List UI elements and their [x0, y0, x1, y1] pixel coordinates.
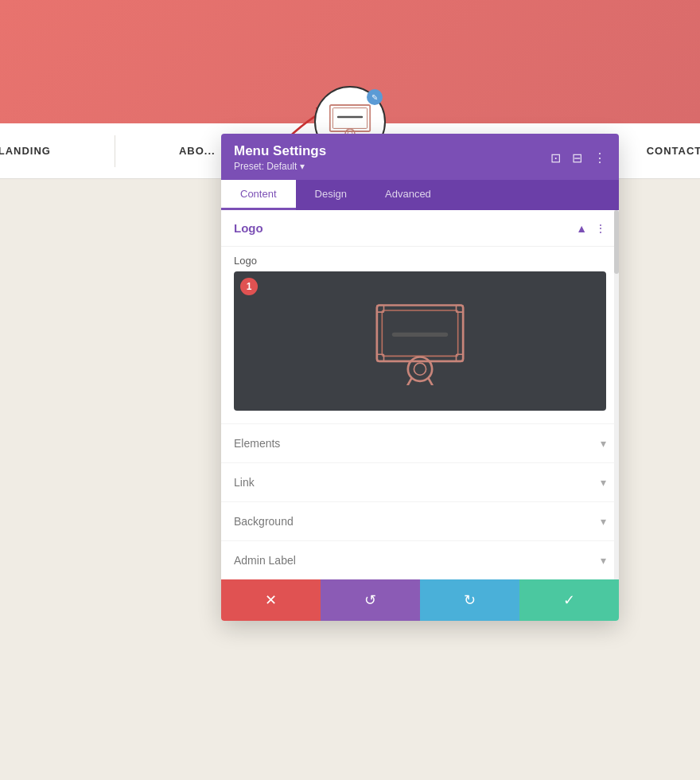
panel-title-wrap: Menu Settings Preset: Default ▾ — [234, 143, 326, 172]
admin-label-row[interactable]: Admin Label ▾ — [221, 540, 619, 579]
edit-pencil-icon[interactable]: ✎ — [367, 89, 383, 105]
save-button[interactable]: ✓ — [519, 579, 619, 621]
elements-label: Elements — [234, 437, 280, 450]
svg-rect-0 — [330, 105, 370, 131]
background-label: Background — [234, 515, 294, 528]
elements-chevron-icon: ▾ — [601, 437, 606, 450]
nav-divider-1 — [115, 135, 115, 167]
section-header-icons: ▲ ⋮ — [576, 222, 606, 235]
svg-point-12 — [414, 363, 426, 375]
background-row[interactable]: Background ▾ — [221, 501, 619, 540]
scroll-track — [614, 210, 619, 579]
panel-preset[interactable]: Preset: Default ▾ — [234, 161, 326, 172]
badge-1: 1 — [240, 278, 258, 295]
svg-line-13 — [407, 378, 411, 384]
nav-item-about[interactable]: ABO... — [179, 145, 216, 157]
more-options-icon[interactable]: ⋮ — [593, 150, 606, 166]
fullscreen-icon[interactable]: ⊡ — [550, 150, 561, 166]
undo-button[interactable]: ↺ — [321, 579, 420, 621]
panel-body: Logo ▲ ⋮ Logo 1 — [221, 210, 619, 579]
scroll-thumb[interactable] — [614, 210, 619, 274]
panel-footer: ✕ ↺ ↻ ✓ — [221, 579, 619, 621]
nav-item-contact[interactable]: CONTACT — [647, 145, 700, 157]
link-row[interactable]: Link ▾ — [221, 462, 619, 501]
svg-rect-1 — [332, 108, 367, 129]
chevron-up-icon[interactable]: ▲ — [576, 222, 587, 235]
panel-header-icons: ⊡ ⊟ ⋮ — [550, 150, 606, 166]
link-label: Link — [234, 476, 255, 489]
tab-design[interactable]: Design — [296, 180, 366, 210]
admin-label-chevron-icon: ▾ — [601, 554, 606, 567]
logo-field-label: Logo — [221, 247, 619, 271]
panel-header: Menu Settings Preset: Default ▾ ⊡ ⊟ ⋮ — [221, 134, 619, 180]
logo-section-title: Logo — [234, 221, 263, 235]
cancel-button[interactable]: ✕ — [221, 579, 321, 621]
svg-line-14 — [429, 378, 433, 384]
nav-item-landing[interactable]: LANDING — [0, 145, 51, 157]
tab-advanced[interactable]: Advanced — [366, 180, 450, 210]
tab-content[interactable]: Content — [221, 180, 296, 210]
section-more-icon[interactable]: ⋮ — [595, 222, 606, 235]
redo-button[interactable]: ↻ — [420, 579, 519, 621]
panel-tabs: Content Design Advanced — [221, 180, 619, 210]
logo-preview-area[interactable]: 1 — [234, 271, 606, 411]
panel-title: Menu Settings — [234, 143, 326, 159]
link-chevron-icon: ▾ — [601, 476, 606, 489]
background-chevron-icon: ▾ — [601, 515, 606, 528]
logo-section-header: Logo ▲ ⋮ — [221, 210, 619, 247]
menu-settings-panel: Menu Settings Preset: Default ▾ ⊡ ⊟ ⋮ Co… — [221, 134, 619, 621]
admin-label-label: Admin Label — [234, 554, 296, 567]
columns-icon[interactable]: ⊟ — [572, 150, 582, 166]
elements-row[interactable]: Elements ▾ — [221, 423, 619, 462]
certificate-preview-icon — [368, 298, 472, 385]
